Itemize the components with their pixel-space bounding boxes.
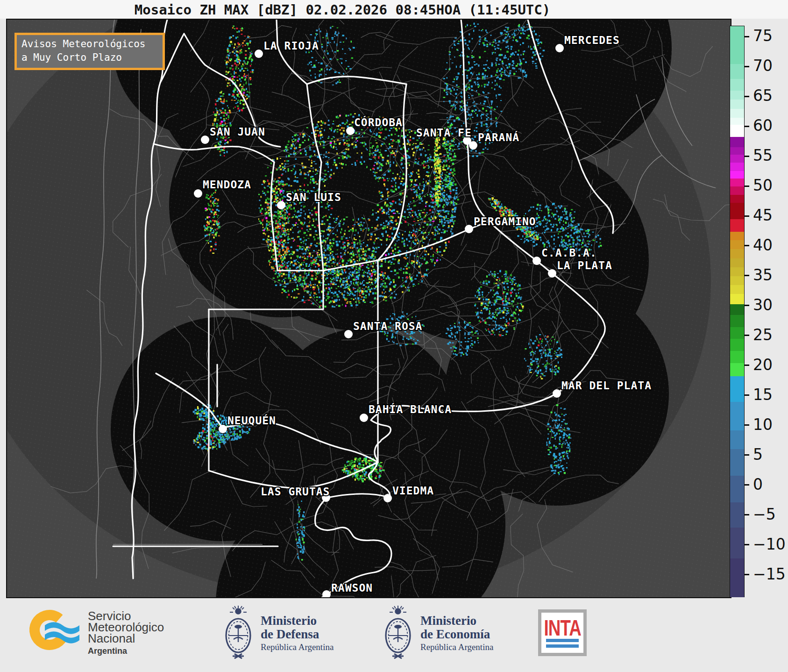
- colorbar-segment: [730, 249, 744, 258]
- city-label: CÓRDOBA: [354, 116, 403, 129]
- colorbar-segment: [730, 79, 744, 91]
- defensa-sub: República Argentina: [261, 642, 334, 652]
- colorbar-tick-label: 50: [753, 176, 773, 195]
- colorbar-tick-label: 40: [753, 236, 773, 255]
- city-label: BAHÍA BLANCA: [369, 403, 452, 415]
- colorbar-tick-label: 20: [753, 356, 773, 374]
- colorbar-segment: [730, 186, 744, 195]
- colorbar-segment: [730, 376, 744, 402]
- city-marker: [277, 201, 285, 209]
- smn-logo-block: Servicio Meteorológico Nacional Argentin…: [27, 603, 181, 668]
- colorbar-segment: [730, 232, 744, 241]
- inta-bar-2: [546, 644, 579, 648]
- colorbar-tick: [745, 96, 749, 97]
- city-label: SANTA ROSA: [353, 320, 422, 332]
- colorbar-segment: [730, 294, 744, 304]
- city-label: MAR DEL PLATA: [561, 379, 652, 392]
- economia-title1: Ministerio: [420, 614, 493, 628]
- smn-line4: Argentina: [88, 645, 164, 657]
- colorbar-tick-label: 10: [753, 415, 773, 434]
- colorbar-tick-label: 25: [753, 326, 773, 344]
- ministerio-economia-block: Ministerio de Economía República Argenti…: [379, 604, 538, 666]
- city-label: LA RIOJA: [263, 40, 319, 52]
- colorbar-tick: [745, 186, 749, 187]
- colorbar-segment: [730, 137, 744, 147]
- colorbar-tick-label: 15: [753, 386, 773, 404]
- colorbar-tick-label: 5: [753, 445, 763, 464]
- city-label: SANTA FE: [416, 127, 472, 139]
- smn-logo-text: Servicio Meteorológico Nacional Argentin…: [88, 610, 164, 657]
- colorbar-segment: [730, 502, 744, 528]
- colorbar-tick: [745, 36, 749, 37]
- colorbar-tick: [745, 156, 749, 157]
- colorbar-tick: [745, 335, 749, 336]
- colorbar-segment: [730, 203, 744, 220]
- colorbar-tick-label: 35: [753, 266, 773, 285]
- city-marker: [548, 269, 556, 278]
- warning-box-line2: a Muy Corto Plazo: [21, 51, 158, 64]
- page-title: Mosaico ZH MAX [dBZ] 02.02.2026 08:45HOA…: [135, 2, 550, 18]
- colorbar-segment: [730, 219, 744, 232]
- colorbar-segment: [730, 528, 744, 559]
- city-marker: [532, 257, 541, 265]
- colorbar-segment: [730, 327, 744, 339]
- colorbar-tick-label: 30: [753, 296, 773, 315]
- colorbar-segment: [730, 402, 744, 431]
- city-marker: [383, 494, 392, 502]
- smn-line3: Nacional: [88, 633, 164, 644]
- colorbar-tick-label: 60: [753, 116, 773, 135]
- radar-map-svg: MERCEDESLA RIOJASAN JUANCÓRDOBASANTA FEP…: [7, 20, 731, 597]
- inta-logo: INTA: [538, 609, 587, 656]
- colorbar-segment: [730, 64, 744, 79]
- city-marker: [346, 127, 355, 135]
- colorbar-tick: [745, 574, 749, 575]
- city-marker: [219, 425, 227, 433]
- colorbar-tick: [745, 484, 749, 486]
- colorbar-segment: [730, 276, 744, 286]
- ministerio-defensa-block: Ministerio de Defensa República Argentin…: [220, 604, 374, 666]
- colorbar-tick-label: 65: [753, 86, 773, 105]
- city-label: C.A.B.A.: [541, 247, 597, 259]
- city-marker: [360, 414, 368, 422]
- city-marker: [201, 136, 209, 144]
- colorbar-segment: [730, 109, 744, 118]
- colorbar-segment: [730, 91, 744, 100]
- colorbar-tick: [745, 245, 749, 246]
- colorbar-segment: [730, 125, 744, 137]
- colorbar-tick: [745, 305, 749, 306]
- defensa-title2: de Defensa: [261, 628, 334, 641]
- colorbar-tick: [745, 544, 749, 545]
- warning-box-line1: Avisos Meteorológicos: [21, 37, 158, 51]
- economia-sub: República Argentina: [420, 642, 493, 652]
- colorbar-segment: [730, 449, 744, 476]
- colorbar-tick: [745, 424, 749, 426]
- colorbar-segment: [730, 351, 744, 363]
- colorbar-segment: [730, 240, 744, 250]
- ministerio-economia-text: Ministerio de Economía República Argenti…: [420, 614, 493, 652]
- inta-logo-inner: INTA: [541, 613, 583, 653]
- city-label: PERGAMINO: [474, 215, 536, 228]
- colorbar-segment: [730, 155, 744, 163]
- city-marker: [555, 44, 564, 52]
- city-marker: [344, 330, 353, 338]
- colorbar-segment: [730, 363, 744, 377]
- colorbar-segment: [730, 195, 744, 203]
- inta-label: INTA: [544, 616, 581, 638]
- city-label: NEUQUÉN: [227, 414, 276, 427]
- colorbar-segment: [730, 315, 744, 327]
- coat-of-arms-icon: [220, 604, 257, 664]
- radar-map: MERCEDESLA RIOJASAN JUANCÓRDOBASANTA FEP…: [6, 19, 731, 598]
- colorbar-segment: [730, 285, 744, 294]
- colorbar-tick: [745, 365, 749, 366]
- city-marker: [465, 225, 473, 233]
- colorbar-tick-label: 70: [753, 57, 773, 75]
- city-marker: [255, 50, 263, 58]
- colorbar-tick-label: 45: [753, 206, 773, 225]
- city-label: RAWSON: [331, 582, 373, 594]
- coat-of-arms-icon: [379, 604, 417, 664]
- colorbar-tick: [745, 215, 749, 217]
- graticule-texture: [7, 20, 731, 597]
- colorbar-tick-label: −10: [753, 535, 786, 554]
- colorbar-tick-label: −15: [753, 565, 786, 584]
- colorbar-tick-label: 75: [753, 27, 773, 45]
